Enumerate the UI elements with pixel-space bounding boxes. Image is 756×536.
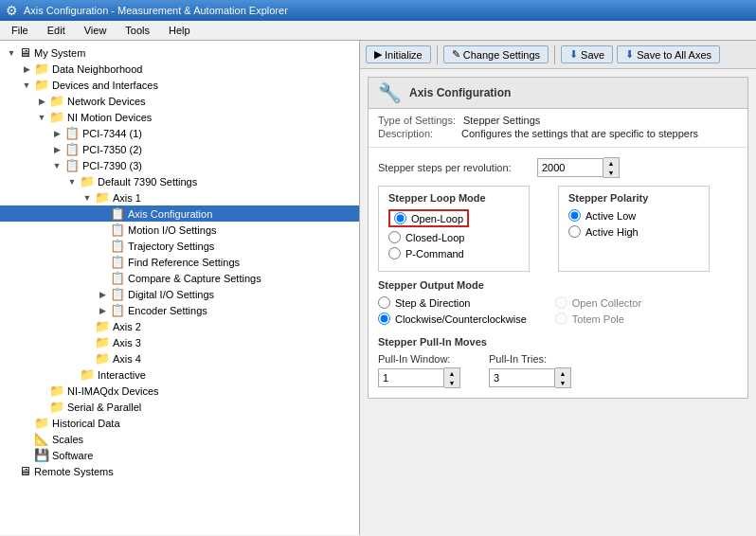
pull-in-window-buttons: ▲ ▼ <box>444 367 460 388</box>
active-high-radio[interactable] <box>568 225 581 238</box>
loop-mode-title: Stepper Loop Mode <box>388 192 519 204</box>
content-area: 🔧 Axis Configuration Type of Settings: S… <box>360 69 756 535</box>
type-row: Type of Settings: Stepper Settings <box>378 115 738 126</box>
initialize-button[interactable]: ▶ Initialize <box>366 45 431 63</box>
menu-tools[interactable]: Tools <box>117 23 157 38</box>
tree-item-axis-config[interactable]: 📋Axis Configuration <box>0 205 359 222</box>
step-direction-radio[interactable] <box>378 296 390 309</box>
toolbar-separator <box>437 45 438 64</box>
tree-item-historical[interactable]: 📁Historical Data <box>0 415 359 431</box>
menu-edit[interactable]: Edit <box>40 23 73 38</box>
node-icon-axis3: 📁 <box>95 335 110 349</box>
node-icon-software: 💾 <box>34 448 49 462</box>
node-icon-axis1: 📁 <box>95 190 110 205</box>
expand-icon-pci7344: ▶ <box>49 129 64 138</box>
tree-item-scales[interactable]: 📐Scales <box>0 431 359 447</box>
cw-ccw-radio[interactable] <box>378 313 390 325</box>
tree-item-encoder[interactable]: ▶📋Encoder Settings <box>0 302 359 318</box>
node-label-default7390: Default 7390 Settings <box>98 176 197 188</box>
menu-help[interactable]: Help <box>161 23 198 38</box>
polarity-title: Stepper Polarity <box>568 192 699 204</box>
pull-in-tries-input[interactable] <box>489 368 555 387</box>
tree-item-software[interactable]: 💾Software <box>0 447 359 463</box>
toolbar: ▶ Initialize ✎ Change Settings ⬇ Save ⬇ … <box>360 41 756 69</box>
tree-item-axis1[interactable]: ▼📁Axis 1 <box>0 189 359 205</box>
title-text: Axis Configuration - Measurement & Autom… <box>24 5 288 16</box>
active-high-text: Active High <box>585 226 639 238</box>
loop-mode-section: Stepper Loop Mode Open-Loop Closed-Loop <box>378 186 530 272</box>
node-icon-scales: 📐 <box>34 432 49 446</box>
pull-in-window-input[interactable] <box>378 368 444 387</box>
desc-label: Description: <box>378 128 454 139</box>
polarity-section: Stepper Polarity Active Low Active High <box>558 186 710 272</box>
main-layout: ▼🖥My System▶📁Data Neighborhood▼📁Devices … <box>0 41 756 535</box>
tree-item-interactive[interactable]: 📁Interactive <box>0 366 359 383</box>
change-settings-button[interactable]: ✎ Change Settings <box>443 45 549 63</box>
node-icon-motion-io: 📋 <box>110 223 125 237</box>
tree-item-serial[interactable]: 📁Serial & Parallel <box>0 399 359 415</box>
open-loop-label[interactable]: Open-Loop <box>388 209 469 227</box>
config-header-icon: 🔧 <box>378 81 402 104</box>
tree-item-data-neighborhood[interactable]: ▶📁Data Neighborhood <box>0 61 359 77</box>
open-collector-row: Open Collector <box>555 296 641 309</box>
pull-in-tries-spinner: ▲ ▼ <box>489 367 571 388</box>
active-low-row: Active Low <box>568 209 699 222</box>
pull-in-tries-buttons: ▲ ▼ <box>555 367 571 388</box>
tree-item-motion-io[interactable]: 📋Motion I/O Settings <box>0 222 359 238</box>
expand-icon-digital-io: ▶ <box>95 290 110 299</box>
tree-item-pci7344[interactable]: ▶📋PCI-7344 (1) <box>0 125 359 141</box>
node-icon-compare-capture: 📋 <box>110 271 125 285</box>
tree-item-network-devices[interactable]: ▶📁Network Devices <box>0 93 359 109</box>
tree-item-default7390[interactable]: ▼📁Default 7390 Settings <box>0 173 359 189</box>
save-all-axes-button[interactable]: ⬇ Save to All Axes <box>617 45 720 63</box>
pull-in-section: Stepper Pull-In Moves Pull-In Window: ▲ … <box>378 336 738 388</box>
open-collector-radio <box>555 296 567 309</box>
tree-item-axis3[interactable]: 📁Axis 3 <box>0 334 359 350</box>
node-icon-ni-imaq: 📁 <box>49 384 64 398</box>
tree-item-remote[interactable]: 🖥Remote Systems <box>0 463 359 479</box>
expand-icon-axis1: ▼ <box>80 193 95 203</box>
menu-file[interactable]: File <box>4 23 36 38</box>
tree-item-axis2[interactable]: 📁Axis 2 <box>0 318 359 334</box>
node-label-data-neighborhood: Data Neighborhood <box>52 63 142 75</box>
tree-item-devices-interfaces[interactable]: ▼📁Devices and Interfaces <box>0 77 359 93</box>
expand-icon-network-devices: ▶ <box>34 97 49 106</box>
tree-item-ni-motion[interactable]: ▼📁NI Motion Devices <box>0 109 359 125</box>
node-icon-serial: 📁 <box>49 400 64 414</box>
config-info: Type of Settings: Stepper Settings Descr… <box>369 109 747 148</box>
active-low-radio[interactable] <box>568 209 581 222</box>
app-icon: ⚙ <box>6 3 18 18</box>
tree-item-pci7350[interactable]: ▶📋PCI-7350 (2) <box>0 141 359 157</box>
p-command-radio[interactable] <box>388 247 401 259</box>
tree-item-my-system[interactable]: ▼🖥My System <box>0 45 359 61</box>
menu-view[interactable]: View <box>77 23 115 38</box>
steps-input[interactable] <box>537 158 603 177</box>
save-button[interactable]: ⬇ Save <box>561 45 613 63</box>
tree-item-pci7390[interactable]: ▼📋PCI-7390 (3) <box>0 157 359 173</box>
steps-down-button[interactable]: ▼ <box>603 168 619 177</box>
pull-in-row: Pull-In Window: ▲ ▼ Pul <box>378 353 738 388</box>
steps-up-button[interactable]: ▲ <box>603 158 619 168</box>
tree-item-ni-imaq[interactable]: 📁NI-IMAQdx Devices <box>0 383 359 399</box>
node-label-axis4: Axis 4 <box>113 353 141 365</box>
open-loop-radio[interactable] <box>394 212 406 224</box>
pull-in-window-down[interactable]: ▼ <box>444 378 459 387</box>
tree-item-compare-capture[interactable]: 📋Compare & Capture Settings <box>0 270 359 286</box>
totem-pole-radio <box>555 313 567 325</box>
tree-item-axis4[interactable]: 📁Axis 4 <box>0 350 359 366</box>
pull-in-tries-down[interactable]: ▼ <box>555 378 570 387</box>
config-body: Stepper steps per revolution: ▲ ▼ <box>369 148 747 398</box>
steps-spinner-buttons: ▲ ▼ <box>603 157 620 178</box>
node-icon-default7390: 📁 <box>80 174 95 188</box>
tree-item-trajectory[interactable]: 📋Trajectory Settings <box>0 238 359 254</box>
tree-panel: ▼🖥My System▶📁Data Neighborhood▼📁Devices … <box>0 41 360 535</box>
pull-in-window-up[interactable]: ▲ <box>444 368 459 378</box>
output-right-col: Open Collector Totem Pole <box>555 296 641 329</box>
tree-item-digital-io[interactable]: ▶📋Digital I/O Settings <box>0 286 359 302</box>
p-command-row: P-Command <box>388 247 519 259</box>
node-label-axis1: Axis 1 <box>113 192 141 204</box>
closed-loop-radio[interactable] <box>388 231 401 243</box>
pull-in-tries-up[interactable]: ▲ <box>555 368 570 378</box>
tree-item-find-reference[interactable]: 📋Find Reference Settings <box>0 254 359 270</box>
node-label-encoder: Encoder Settings <box>128 305 207 316</box>
